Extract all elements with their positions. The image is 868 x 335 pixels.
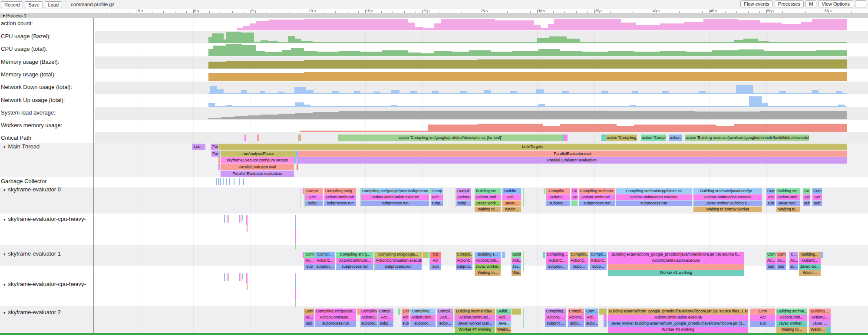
event-bar-skyframe-evaluator-0-r0[interactable]: Buildin... (502, 188, 521, 194)
event-bar-skyframe-evaluator-2-r2[interactable]: Javac worker... (776, 321, 807, 327)
event-bar-skyframe-evaluator-2-r0[interactable] (512, 309, 521, 315)
event-bar-skyframe-evaluator-0-r1[interactable]: ActionContinuation.execute (693, 194, 762, 200)
event-bar-skyframe-evaluator-2-r1[interactable]: Act (750, 315, 775, 321)
event-bar-skyframe-evaluator-0-r0[interactable] (544, 188, 545, 194)
thread-label-skyframe-evaluator-0[interactable]: ▾skyframe-evaluator 0 (3, 186, 61, 193)
event-bar-main-thread-r0[interactable]: buildTargets (218, 144, 847, 150)
micro-event-tick[interactable] (243, 178, 244, 185)
event-bar-skyframe-evaluator-0-r3[interactable]: Waitin... (502, 207, 521, 213)
event-bar-skyframe-evaluator-2-r1[interactable]: ActionConti... (776, 315, 807, 321)
event-bar-main-thread-r4[interactable]: Parallel Evaluator evaluation (221, 171, 294, 177)
event-bar-skyframe-evaluator-0-r0[interactable]: Building src... (475, 188, 501, 194)
event-bar-skyframe-evaluator-0-r1[interactable]: ActionContinuati... (579, 194, 615, 200)
event-bar-skyframe-evaluator-0-r3[interactable]: Waiting to... (475, 207, 501, 213)
event-bar-skyframe-evaluator-0-r2[interactable]: Javac... (502, 200, 521, 207)
event-bar-skyframe-evaluator-0-r0[interactable]: Compiling src/google/protobuf/generat... (361, 188, 429, 194)
event-bar-skyframe-evaluator-1-r3[interactable]: Wai... (512, 270, 521, 276)
event-bar-skyframe-evaluator-1-r0[interactable]: Building... (799, 252, 821, 258)
event-bar-skyframe-evaluator-1-r1[interactable]: Acti... (512, 258, 521, 264)
event-bar-skyframe-evaluator-1-r0[interactable]: Com (766, 252, 776, 258)
micro-event-tick[interactable] (523, 252, 524, 271)
micro-event-tick[interactable] (295, 222, 296, 230)
event-bar-skyframe-evaluator-0-r2[interactable]: subprocess.run (361, 200, 429, 207)
event-bar-skyframe-evaluator-2-r1[interactable]: ActionContinuati... (315, 315, 356, 321)
event-bar-skyframe-evaluator-1-r0[interactable]: Building external/com_google_protobuf/ja… (608, 252, 744, 258)
event-bar-skyframe-evaluator-2-r1[interactable]: Ac... (304, 315, 314, 321)
event-bar-main-thread-r1[interactable] (218, 151, 220, 157)
event-bar-skyframe-evaluator-0-r0[interactable]: Compiling src/core/... (579, 188, 615, 194)
event-bar-skyframe-evaluator-1-r2[interactable]: sub (304, 264, 315, 270)
toolbar-button-blank[interactable] (855, 0, 866, 7)
micro-event-tick[interactable] (295, 243, 296, 250)
event-bar-skyframe-evaluator-1-r0[interactable]: Build... (512, 252, 521, 258)
micro-event-tick[interactable] (247, 225, 248, 232)
event-bar-skyframe-evaluator-0-r2[interactable]: sub (803, 200, 810, 207)
micro-event-tick[interactable] (246, 215, 248, 225)
event-bar-skyframe-evaluator-2-r0[interactable] (599, 309, 607, 315)
event-bar-skyframe-evaluator-0-r1[interactable]: Act (766, 194, 775, 200)
event-bar-critical-path[interactable] (299, 135, 301, 141)
event-bar-critical-path[interactable]: action 'Compiling... (606, 135, 637, 141)
event-bar-skyframe-evaluator-0-r0[interactable]: Compilin... (546, 188, 570, 194)
micro-event-tick[interactable] (247, 283, 248, 290)
event-bar-critical-path[interactable]: action 'Building src/main/java/com/googl… (685, 135, 809, 141)
event-bar-skyframe-evaluator-1-r1[interactable]: ActionC... (590, 258, 607, 264)
event-bar-skyframe-evaluator-0-r2[interactable] (571, 200, 578, 207)
thread-label-main-thread[interactable]: ▾Main Thread (3, 143, 40, 150)
collapse-arrow-icon[interactable]: ▾ (3, 311, 6, 315)
event-bar-skyframe-evaluator-1-r1[interactable]: Ac... (304, 258, 315, 264)
event-bar-skyframe-evaluator-0-r2[interactable]: subprocess.run (324, 200, 356, 207)
event-bar-skyframe-evaluator-0-r1[interactable]: Act (803, 194, 810, 200)
event-bar-skyframe-evaluator-2-r0[interactable]: Compiling... (545, 309, 566, 315)
event-bar-skyframe-evaluator-2-r2[interactable]: sub (304, 321, 314, 327)
micro-event-tick[interactable] (295, 280, 296, 288)
event-bar-skyframe-evaluator-2-r0[interactable]: Building external/com_google_protobuf/ja… (608, 309, 748, 315)
event-bar-skyframe-evaluator-1-r0[interactable]: Co (430, 252, 441, 258)
event-bar-skyframe-evaluator-1-r0[interactable] (502, 252, 505, 258)
event-bar-skyframe-evaluator-1-r2[interactable]: subp... (590, 264, 607, 270)
event-bar-skyframe-evaluator-0-r0[interactable]: Comp... (431, 188, 443, 194)
micro-event-tick[interactable] (239, 178, 240, 185)
event-bar-skyframe-evaluator-2-r2[interactable]: subproc... (360, 321, 377, 327)
event-bar-skyframe-evaluator-1-r1[interactable]: ActionC... (546, 258, 568, 264)
toolbar-button-flow-events[interactable]: Flow events (740, 0, 773, 7)
micro-event-tick[interactable] (304, 309, 304, 328)
event-bar-skyframe-evaluator-2-r3[interactable]: Worker #3 working (608, 327, 748, 333)
event-bar-skyframe-evaluator-1-r2[interactable]: Javac worker... (475, 264, 501, 270)
toolbar-button-load[interactable]: Load (45, 1, 62, 8)
event-bar-skyframe-evaluator-1-r1[interactable]: ActionContinuation.execute (608, 258, 744, 264)
event-bar-main-thread-r3[interactable]: ParallelEvaluator.eval (221, 164, 294, 171)
event-bar-skyframe-evaluator-0-r2[interactable]: subprocess.run (616, 200, 692, 207)
event-bar-skyframe-evaluator-2-r0[interactable]: Compi... (378, 309, 393, 315)
event-bar-skyframe-evaluator-0-r3[interactable]: Waiting to borrow worker (693, 207, 762, 213)
event-bar-skyframe-evaluator-2-r0[interactable]: Building src/main/jav... (455, 309, 495, 315)
event-bar-critical-path[interactable] (244, 135, 246, 141)
event-bar-skyframe-evaluator-2-r1[interactable]: ActionContinuati... (455, 315, 495, 321)
event-bar-skyframe-evaluator-2-r1[interactable]: ActionC... (568, 315, 584, 321)
event-bar-skyframe-evaluator-0-r1[interactable]: Acti... (502, 194, 521, 200)
micro-event-tick[interactable] (377, 309, 378, 328)
event-bar-skyframe-evaluator-0-r0[interactable]: Building src/main/java/com/go... (693, 188, 762, 194)
micro-event-tick[interactable] (229, 178, 230, 185)
micro-event-tick[interactable] (227, 273, 228, 281)
event-bar-skyframe-evaluator-2-r3[interactable]: Waitin... (496, 327, 511, 333)
event-bar-skyframe-evaluator-0-r0[interactable]: Com (812, 188, 822, 194)
event-bar-skyframe-evaluator-1-r1[interactable]: ActionC... (315, 258, 335, 264)
event-bar-skyframe-evaluator-1-r2[interactable]: sub (766, 264, 776, 270)
event-bar-skyframe-evaluator-0-r2[interactable]: subproc... (546, 200, 570, 207)
event-bar-skyframe-evaluator-0-r2[interactable]: subp... (456, 200, 471, 207)
event-bar-skyframe-evaluator-0-r2[interactable]: subp... (305, 200, 323, 207)
event-bar-skyframe-evaluator-2-r2[interactable]: subp... (568, 321, 584, 327)
event-bar-main-thread-r3[interactable] (218, 164, 220, 171)
event-bar-skyframe-evaluator-1-r2[interactable]: su... (789, 264, 798, 270)
event-bar-skyframe-evaluator-1-r0[interactable] (422, 252, 427, 258)
event-bar-skyframe-evaluator-2-r0[interactable]: Compil... (437, 309, 453, 315)
event-bar-skyframe-evaluator-1-r2[interactable]: subp... (570, 264, 588, 270)
event-bar-skyframe-evaluator-2-r2[interactable]: subproc... (545, 321, 566, 327)
event-bar-skyframe-evaluator-0-r0[interactable]: Co (803, 188, 810, 194)
event-bar-skyframe-evaluator-1-r0[interactable]: Com (776, 252, 786, 258)
timeline-canvas[interactable]: action 'Compiling src/google/protobuf/de… (0, 0, 868, 335)
micro-event-tick[interactable] (336, 252, 337, 271)
micro-event-tick[interactable] (227, 215, 228, 223)
event-bar-skyframe-evaluator-2-r1[interactable]: Acti... (496, 315, 511, 321)
